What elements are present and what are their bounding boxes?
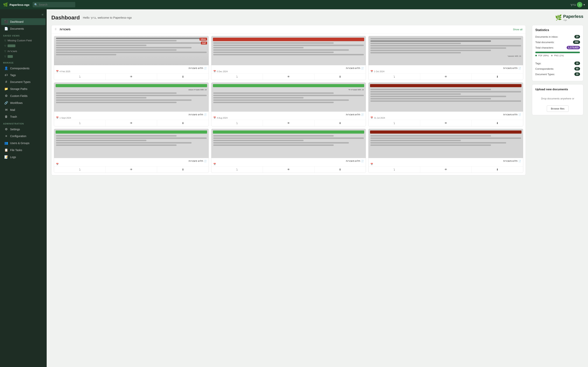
doc-info: 📄 תלוש משכורות 📅 1 Sept 2024 — [54, 112, 209, 120]
doc-thumbnail — [211, 36, 366, 65]
documents-icon: 📄 — [4, 27, 8, 31]
sidebar-item-mail[interactable]: ✉ Mail — [1, 106, 45, 113]
sidebar-item-document-types[interactable]: # Document Types — [1, 79, 45, 85]
doc-preview-button[interactable]: 👁 — [263, 167, 314, 173]
doc-preview-button[interactable]: 👁 — [106, 167, 157, 173]
doc-download-button[interactable]: ⬇ — [157, 120, 208, 126]
sidebar-item-tags[interactable]: 🏷 Tags — [1, 72, 45, 78]
avatar: ב — [577, 2, 582, 7]
doc-open-button[interactable]: ⤵ — [369, 167, 420, 173]
doc-download-button[interactable]: ⬇ — [314, 167, 366, 173]
meshkorot-widget: ⠿ משכורות Show all — [51, 25, 526, 175]
sidebar-item-logs[interactable]: 📝 Logs — [1, 154, 45, 160]
filter-icon: ▽ — [4, 39, 6, 42]
sidebar-item-trash[interactable]: 🗑 Trash — [1, 113, 45, 120]
doc-date: 📅 4 Feb 2025 — [56, 70, 207, 73]
doc-download-button[interactable]: ⬇ — [157, 74, 208, 80]
stat-label: Documents in inbox: — [535, 35, 558, 38]
app-name: Paperless-ngx — [9, 3, 30, 6]
doc-preview-button[interactable]: 👁 — [263, 120, 314, 126]
doc-download-button[interactable]: ⬇ — [472, 74, 523, 80]
table-row: 📄 תלוש משכורות 📅 5 Dec 2024 ⤵ � — [211, 36, 366, 80]
doc-preview-button[interactable]: 👁 — [263, 74, 314, 80]
doc-open-button[interactable]: ⤵ — [369, 74, 420, 80]
doc-thumbnail — [369, 129, 523, 158]
doc-info: 📄 תלוש משכורות 📅 — [211, 158, 366, 166]
stat-badge-total: 292 — [573, 40, 580, 44]
doc-actions: ⤵ 👁 ⬇ — [369, 166, 523, 173]
sidebar-collapse-button[interactable]: « — [40, 12, 45, 17]
doc-name: 📄 תלוש משכורות — [213, 67, 364, 69]
doc-actions: ⤵ 👁 ⬇ — [54, 73, 209, 80]
sidebar-item-label: File Tasks — [10, 149, 22, 152]
sidebar-item-missing-custom-field[interactable]: ▽ Missing Custom Field — [1, 38, 45, 43]
upload-title: Upload new documents — [535, 88, 580, 91]
doc-download-button[interactable]: ⬇ — [314, 120, 366, 126]
doc-info: 📄 תלוש משכורות 📅 — [54, 158, 209, 166]
sidebar-item-label: Configuration — [10, 134, 26, 138]
paperless-logo: 🌿 Paperless -ngx — [555, 14, 583, 21]
stat-row-total: Total documents: 292 — [535, 40, 580, 44]
show-all-button[interactable]: Show all — [513, 28, 522, 31]
sidebar-item-label: Trash — [10, 115, 17, 118]
doc-open-button[interactable]: ⤵ — [54, 74, 106, 80]
app-brand: 🌿 Paperless-ngx — [3, 2, 30, 7]
sidebar-item-correspondents[interactable]: 👤 Correspondents — [1, 65, 45, 72]
doc-open-button[interactable]: ⤵ — [54, 167, 106, 173]
user-menu[interactable]: ברוך ב ▾ — [570, 2, 585, 7]
page-greeting: Hello ברוך, welcome to Paperless-ngx — [83, 16, 132, 19]
sidebar-item-documents[interactable]: 📄 Documents — [1, 25, 45, 32]
widget-title: משכורות — [60, 28, 70, 31]
sidebar-item-storage-paths[interactable]: 📁 Storage Paths — [1, 85, 45, 92]
doc-open-button[interactable]: ⤵ — [369, 120, 420, 126]
sidebar-item-saved4[interactable]: ▽ — [1, 54, 45, 59]
sidebar-item-label: Tags — [10, 74, 16, 77]
inbox-badge: inbox — [199, 38, 207, 41]
doc-preview-button[interactable]: 👁 — [420, 120, 472, 126]
doc-preview-button[interactable]: 👁 — [106, 120, 157, 126]
right-panel: Statistics Documents in inbox: 29 Total … — [529, 25, 583, 175]
logo-container: 🌿 Paperless -ngx — [555, 14, 583, 21]
logo-text-wrap: Paperless -ngx — [563, 14, 583, 21]
search-input[interactable] — [33, 2, 75, 7]
doc-actions: ⤵ 👁 ⬇ — [369, 120, 523, 126]
sidebar-item-saved2[interactable]: ▽ — [1, 43, 45, 48]
drag-handle-icon[interactable]: ⠿ — [55, 28, 57, 31]
doc-thumbnail: With: 24 משכורת אוגוסט — [54, 83, 209, 112]
chevron-down-icon: ▾ — [584, 3, 585, 6]
stat-badge-inbox: 29 — [574, 35, 580, 38]
doc-preview-button[interactable]: 👁 — [420, 74, 472, 80]
configuration-icon: ≡ — [4, 134, 8, 138]
workflows-icon: 🔗 — [4, 101, 8, 105]
doc-open-button[interactable]: ⤵ — [211, 120, 263, 126]
sidebar-item-custom-fields[interactable]: ⚙ Custom Fields — [1, 92, 45, 99]
doc-preview-button[interactable]: 👁 — [420, 167, 472, 173]
sidebar-item-meshkorot[interactable]: ▽ משכורות — [1, 49, 45, 54]
browse-files-button[interactable]: Browse files — [547, 105, 569, 112]
sidebar-item-settings[interactable]: ⚙ Settings — [1, 126, 45, 133]
saved-views-section-label: SAVED VIEWS — [0, 32, 47, 38]
doc-preview-button[interactable]: 👁 — [106, 74, 157, 80]
stat-label: Total characters: — [535, 46, 554, 49]
doc-open-button[interactable]: ⤵ — [211, 167, 263, 173]
settings-icon: ⚙ — [4, 127, 8, 131]
sidebar-item-users-groups[interactable]: 👥 Users & Groups — [1, 140, 45, 146]
admin-section-label: ADMINISTRATION — [0, 120, 47, 126]
doc-download-button[interactable]: ⬇ — [314, 74, 366, 80]
upload-widget: Upload new documents Drop documents anyw… — [532, 84, 583, 115]
pdf-dot — [535, 55, 537, 56]
sidebar-item-dashboard[interactable]: ⬛ Dashboard — [1, 18, 45, 25]
doc-open-button[interactable]: ⤵ — [54, 120, 106, 126]
sidebar-item-file-tasks[interactable]: 📋 File Tasks — [1, 147, 45, 153]
custom-fields-icon: ⚙ — [4, 94, 8, 98]
trash-icon: 🗑 — [4, 115, 8, 118]
sidebar-item-workflows[interactable]: 🔗 Workflows — [1, 100, 45, 106]
doc-open-button[interactable]: ⤵ — [211, 74, 263, 80]
doc-download-button[interactable]: ⬇ — [157, 167, 208, 173]
doc-download-button[interactable]: ⬇ — [472, 167, 523, 173]
filter-icon: ▽ — [4, 44, 6, 47]
statistics-widget: Statistics Documents in inbox: 29 Total … — [532, 25, 583, 81]
table-row: With: 24 משכורת יולי 📄 — [211, 82, 366, 126]
sidebar-item-configuration[interactable]: ≡ Configuration — [1, 133, 45, 139]
doc-download-button[interactable]: ⬇ — [472, 120, 523, 126]
